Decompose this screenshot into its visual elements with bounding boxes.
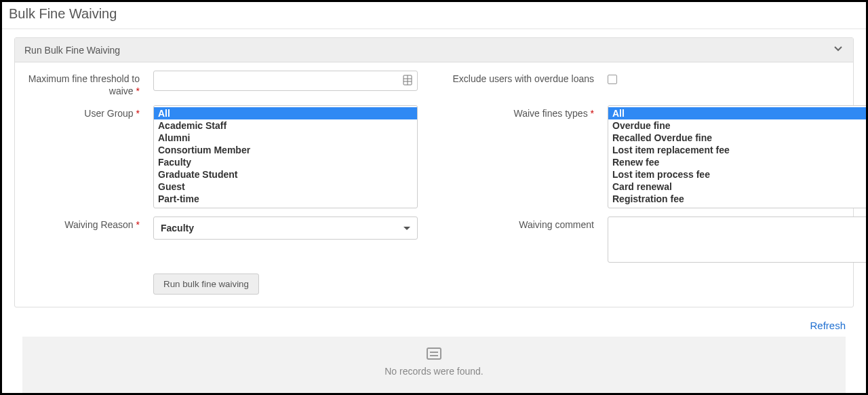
waive-type-option[interactable]: Lost item process fee (608, 168, 868, 181)
user-group-option[interactable]: Guest (154, 181, 417, 193)
waiving-reason-value: Faculty (161, 223, 194, 233)
user-group-option[interactable]: Academic Staff (154, 119, 417, 132)
user-group-option[interactable]: Alumni (154, 132, 417, 144)
empty-state-text: No records were found. (22, 366, 846, 377)
refresh-link[interactable]: Refresh (810, 320, 846, 331)
divider (2, 29, 866, 29)
waive-type-option[interactable]: Renew fee (608, 156, 868, 168)
user-group-listbox[interactable]: AllAcademic StaffAlumniConsortium Member… (153, 105, 418, 208)
label-waiving-comment: Waiving comment (438, 217, 594, 231)
label-exclude-overdue: Exclude users with overdue loans (438, 71, 594, 86)
caret-down-icon (403, 227, 410, 230)
waive-types-listbox[interactable]: AllOverdue fineRecalled Overdue fineLost… (608, 105, 868, 208)
no-records-icon (427, 347, 441, 360)
user-group-option[interactable]: Part-time (154, 193, 417, 205)
label-user-group: User Group * (24, 105, 140, 120)
waive-type-option[interactable]: Recalled Overdue fine (608, 132, 868, 144)
panel-body: Maximum fine threshold to waive * Exclud… (15, 62, 853, 307)
refresh-row: Refresh (2, 307, 866, 337)
empty-state: No records were found. (22, 337, 846, 393)
label-waive-types: Waive fines types * (438, 105, 594, 120)
waive-type-option[interactable]: All (608, 107, 868, 119)
run-bulk-fine-waiving-button[interactable]: Run bulk fine waiving (153, 274, 259, 295)
user-group-option[interactable]: All (154, 107, 417, 119)
page-title: Bulk Fine Waiving (2, 2, 866, 29)
waiving-comment-textarea[interactable] (608, 217, 868, 263)
exclude-overdue-checkbox[interactable] (608, 75, 617, 84)
waive-type-option[interactable]: Card renewal (608, 181, 868, 193)
user-group-option[interactable]: Faculty (154, 156, 417, 168)
user-group-option[interactable]: Graduate Student (154, 168, 417, 181)
waiving-reason-select[interactable]: Faculty (153, 217, 418, 240)
user-group-option[interactable]: Consortium Member (154, 144, 417, 156)
panel-run-bulk-fine-waiving: Run Bulk Fine Waiving Maximum fine thres… (14, 37, 854, 307)
chevron-down-icon[interactable] (833, 43, 844, 56)
max-fine-input[interactable] (153, 71, 418, 91)
spreadsheet-icon (403, 75, 412, 88)
waive-type-option[interactable]: Registration fee (608, 193, 868, 205)
waive-type-option[interactable]: Overdue fine (608, 119, 868, 132)
waive-type-option[interactable]: Lost item replacement fee (608, 144, 868, 156)
label-max-fine: Maximum fine threshold to waive * (24, 71, 140, 97)
panel-title: Run Bulk Fine Waiving (24, 45, 120, 56)
panel-header[interactable]: Run Bulk Fine Waiving (15, 38, 853, 62)
label-waiving-reason: Waiving Reason * (24, 217, 140, 231)
